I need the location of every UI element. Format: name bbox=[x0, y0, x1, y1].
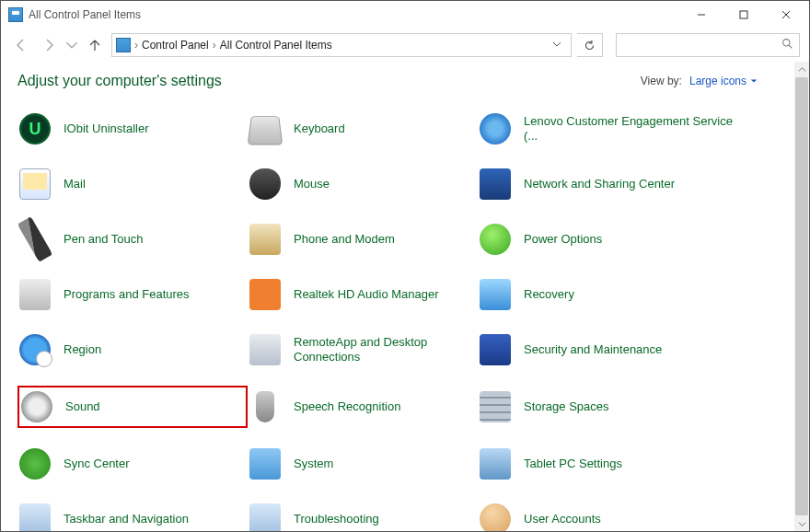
search-icon bbox=[781, 38, 793, 52]
breadcrumb-root[interactable]: Control Panel bbox=[142, 39, 209, 52]
item-region-label: Region bbox=[64, 342, 101, 357]
control-panel-icon bbox=[8, 7, 23, 22]
item-security[interactable]: Security and Maintenance bbox=[478, 330, 754, 369]
item-trouble-icon bbox=[249, 503, 281, 531]
breadcrumb-sep2: › bbox=[213, 39, 216, 52]
item-iobit-icon: U bbox=[19, 113, 51, 145]
item-lenovo-label: Lenovo Customer Engagement Service (... bbox=[524, 114, 748, 145]
recent-dropdown[interactable] bbox=[65, 34, 78, 56]
item-power-label: Power Options bbox=[524, 232, 602, 247]
item-network-label: Network and Sharing Center bbox=[524, 177, 675, 191]
viewby-label: View by: bbox=[641, 75, 682, 87]
item-recovery-icon bbox=[480, 279, 511, 310]
item-realtek-label: Realtek HD Audio Manager bbox=[294, 287, 439, 302]
item-mouse-label: Mouse bbox=[294, 177, 330, 191]
item-iobit-label: IObit Uninstaller bbox=[64, 121, 148, 136]
search-box[interactable] bbox=[616, 33, 800, 57]
svg-rect-1 bbox=[740, 11, 747, 18]
address-chevron-icon[interactable] bbox=[547, 39, 567, 52]
item-tablet[interactable]: Tablet PC Settings bbox=[478, 445, 754, 483]
item-users-icon bbox=[480, 503, 511, 531]
item-phone-label: Phone and Modem bbox=[294, 232, 395, 247]
item-pen-label: Pen and Touch bbox=[64, 232, 144, 247]
item-remoteapp[interactable]: RemoteApp and Desktop Connections bbox=[248, 330, 478, 369]
close-button[interactable] bbox=[765, 1, 807, 29]
svg-point-4 bbox=[783, 40, 790, 46]
item-programs[interactable]: Programs and Features bbox=[17, 275, 248, 314]
item-storage-icon bbox=[480, 391, 511, 422]
item-remoteapp-icon bbox=[249, 334, 281, 365]
item-taskbar-label: Taskbar and Navigation bbox=[64, 512, 189, 526]
item-sound[interactable]: Sound bbox=[17, 386, 248, 428]
item-taskbar-icon bbox=[19, 503, 51, 531]
title-bar: All Control Panel Items bbox=[1, 1, 809, 29]
item-power-icon bbox=[480, 224, 511, 255]
item-users[interactable]: User Accounts bbox=[478, 500, 754, 531]
item-phone-icon bbox=[249, 224, 281, 255]
items-grid: UIObit UninstallerKeyboardLenovo Custome… bbox=[17, 110, 794, 531]
window-title: All Control Panel Items bbox=[29, 8, 680, 21]
scroll-thumb[interactable] bbox=[795, 77, 808, 515]
item-security-icon bbox=[480, 334, 511, 365]
item-tablet-label: Tablet PC Settings bbox=[524, 457, 622, 471]
item-programs-icon bbox=[19, 279, 51, 310]
item-trouble-label: Troubleshooting bbox=[294, 512, 379, 526]
item-sound-label: Sound bbox=[65, 399, 100, 414]
forward-button[interactable] bbox=[38, 34, 60, 56]
item-sync[interactable]: Sync Center bbox=[17, 445, 248, 483]
item-programs-label: Programs and Features bbox=[64, 287, 190, 302]
item-sync-icon bbox=[19, 448, 51, 480]
item-pen[interactable]: Pen and Touch bbox=[17, 220, 248, 259]
item-network-icon bbox=[480, 168, 511, 200]
item-iobit[interactable]: UIObit Uninstaller bbox=[17, 110, 248, 148]
item-system[interactable]: System bbox=[248, 445, 478, 483]
item-keyboard-icon bbox=[249, 113, 281, 145]
item-mouse[interactable]: Mouse bbox=[248, 165, 478, 203]
item-system-label: System bbox=[294, 457, 333, 471]
item-pen-icon bbox=[19, 224, 51, 255]
chevron-down-icon bbox=[750, 77, 758, 85]
item-recovery[interactable]: Recovery bbox=[478, 275, 754, 314]
maximize-button[interactable] bbox=[723, 1, 765, 29]
scrollbar[interactable] bbox=[794, 62, 809, 531]
item-sync-label: Sync Center bbox=[64, 457, 130, 471]
item-sound-icon bbox=[21, 391, 52, 422]
item-realtek[interactable]: Realtek HD Audio Manager bbox=[248, 275, 478, 314]
item-system-icon bbox=[249, 448, 281, 480]
item-mail[interactable]: Mail bbox=[17, 165, 248, 203]
item-mail-label: Mail bbox=[64, 177, 86, 191]
breadcrumb-sep: › bbox=[134, 39, 138, 52]
item-power[interactable]: Power Options bbox=[478, 220, 754, 259]
viewby-dropdown[interactable]: Large icons bbox=[689, 75, 758, 87]
item-speech[interactable]: Speech Recognition bbox=[248, 386, 478, 428]
item-trouble[interactable]: Troubleshooting bbox=[248, 500, 478, 531]
item-region-icon bbox=[19, 334, 51, 365]
item-mouse-icon bbox=[249, 168, 281, 200]
item-speech-icon bbox=[249, 391, 281, 422]
svg-line-5 bbox=[789, 45, 792, 48]
item-network[interactable]: Network and Sharing Center bbox=[478, 165, 754, 203]
up-button[interactable] bbox=[84, 34, 106, 56]
item-storage-label: Storage Spaces bbox=[524, 399, 609, 414]
nav-bar: › Control Panel › All Control Panel Item… bbox=[1, 29, 809, 62]
item-storage[interactable]: Storage Spaces bbox=[478, 386, 754, 428]
item-recovery-label: Recovery bbox=[524, 287, 574, 302]
page-heading: Adjust your computer's settings bbox=[17, 73, 222, 89]
scroll-down-icon[interactable] bbox=[794, 516, 809, 531]
item-lenovo[interactable]: Lenovo Customer Engagement Service (... bbox=[478, 110, 754, 148]
item-users-label: User Accounts bbox=[524, 512, 601, 526]
back-button[interactable] bbox=[10, 34, 32, 56]
item-phone[interactable]: Phone and Modem bbox=[248, 220, 478, 259]
breadcrumb-icon bbox=[116, 38, 131, 52]
item-taskbar[interactable]: Taskbar and Navigation bbox=[17, 500, 248, 531]
item-security-label: Security and Maintenance bbox=[524, 342, 662, 357]
refresh-button[interactable] bbox=[577, 33, 603, 57]
item-region[interactable]: Region bbox=[17, 330, 248, 369]
viewby-value: Large icons bbox=[689, 75, 746, 87]
item-speech-label: Speech Recognition bbox=[294, 399, 400, 414]
address-bar[interactable]: › Control Panel › All Control Panel Item… bbox=[111, 33, 572, 57]
scroll-up-icon[interactable] bbox=[794, 62, 809, 76]
breadcrumb-leaf[interactable]: All Control Panel Items bbox=[220, 39, 332, 52]
item-keyboard[interactable]: Keyboard bbox=[248, 110, 478, 148]
minimize-button[interactable] bbox=[680, 1, 723, 29]
